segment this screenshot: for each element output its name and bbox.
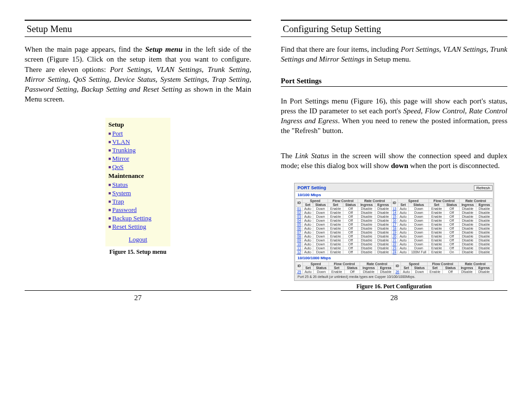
port-id-link[interactable]: 21: [393, 239, 397, 242]
port-id-link[interactable]: 17: [393, 223, 397, 226]
rule-top: [281, 20, 507, 21]
menu-link[interactable]: Trunking: [112, 146, 136, 154]
menu-link[interactable]: System: [112, 189, 131, 197]
right-paragraph-3: The Link Status in the screen will show …: [281, 151, 507, 171]
port-id-link[interactable]: 07: [297, 231, 301, 234]
menu-item-system[interactable]: System: [108, 189, 167, 197]
figure-15-caption: Figure 15. Setup menu: [25, 248, 251, 256]
port-id-link[interactable]: 10: [297, 242, 301, 246]
port-id-link[interactable]: 02: [297, 211, 301, 214]
menu-item-trap[interactable]: Trap: [108, 198, 167, 206]
menu-logout[interactable]: Logout: [108, 236, 167, 243]
menu-section-maintenance: Maintenance: [108, 172, 167, 180]
text-bold: down: [391, 162, 408, 170]
port-id-link[interactable]: 24: [393, 250, 397, 254]
port-id-link[interactable]: 08: [297, 235, 301, 238]
menu-link[interactable]: QoS: [112, 163, 124, 171]
port-id-link[interactable]: 05: [297, 223, 301, 226]
menu-item-reset[interactable]: Reset Setting: [108, 223, 167, 231]
rule-under-subhead: [281, 86, 507, 87]
port-table-1: IDSpeedFlow ControlRate ControlIDSpeedFl…: [296, 199, 493, 254]
port-id-link[interactable]: 26: [396, 270, 399, 274]
text: in Setup menu.: [365, 55, 411, 63]
page-left: Setup Menu When the main page appears, f…: [25, 20, 251, 302]
menu-item-backup[interactable]: Backup Setting: [108, 214, 167, 222]
heading-setup-menu: Setup Menu: [27, 24, 251, 34]
text: When the main page appears, find the: [25, 45, 145, 53]
menu-section-setup: Setup: [108, 121, 167, 129]
right-paragraph-1: Find that there are four items, includin…: [281, 44, 507, 65]
menu-item-trunking[interactable]: Trunking: [108, 146, 167, 154]
text: when the port is disconnected.: [408, 162, 500, 170]
rule-under-heading: [25, 36, 251, 37]
port-id-link[interactable]: 11: [297, 246, 301, 250]
menu-link[interactable]: Password: [112, 206, 137, 213]
menu-item-port[interactable]: Port: [108, 130, 167, 137]
heading-configuring: Configuring Setup Setting: [283, 24, 507, 34]
figure-16-port-config: PORT Setting Refresh 10/100 Mbps IDSpeed…: [294, 183, 494, 281]
port-id-link[interactable]: 25: [298, 270, 301, 274]
menu-link[interactable]: Backup Setting: [112, 214, 152, 222]
port-id-link[interactable]: 06: [297, 227, 301, 230]
port-id-link[interactable]: 18: [393, 227, 397, 230]
rule-top: [25, 20, 251, 21]
right-paragraph-2: In Port Settings menu (Figure 16), this …: [281, 96, 507, 136]
menu-link[interactable]: VLAN: [112, 138, 130, 145]
port-id-link[interactable]: 20: [393, 235, 397, 238]
port-id-link[interactable]: 04: [297, 219, 301, 222]
menu-link[interactable]: Trap: [112, 198, 124, 205]
menu-link[interactable]: Logout: [129, 236, 147, 243]
menu-link[interactable]: Port: [112, 130, 123, 137]
port-id-link[interactable]: 01: [297, 207, 301, 210]
text-bold-italic: Setup menu: [145, 45, 183, 53]
menu-item-mirror[interactable]: Mirror: [108, 155, 167, 163]
port-setting-title: PORT Setting: [296, 184, 328, 191]
menu-item-vlan[interactable]: VLAN: [108, 138, 167, 146]
figure-16-caption: Figure 16. Port Configuration: [281, 283, 507, 290]
port-id-link[interactable]: 23: [393, 246, 397, 250]
menu-item-status[interactable]: Status: [108, 181, 167, 189]
page-number-right: 28: [281, 290, 507, 302]
port-id-link[interactable]: 14: [393, 211, 397, 214]
port-table-2: IDSpeedFlow ControlRate ControlIDSpeedFl…: [296, 262, 493, 274]
port-id-link[interactable]: 16: [393, 219, 397, 222]
section-10-100-1000: 10/100/1000 Mbps: [296, 254, 493, 262]
port-id-link[interactable]: 12: [297, 250, 301, 254]
menu-link[interactable]: Reset Setting: [112, 223, 146, 230]
menu-item-password[interactable]: Password: [108, 206, 167, 214]
figure-15-setup-menu: Setup Port VLAN Trunking Mirror QoS Main…: [105, 118, 170, 246]
subhead-port-settings: Port Settings: [281, 77, 507, 85]
menu-link[interactable]: Mirror: [112, 155, 130, 162]
refresh-button[interactable]: Refresh: [474, 185, 493, 191]
port-title-row: PORT Setting Refresh: [296, 184, 493, 191]
menu-link[interactable]: Status: [112, 181, 128, 188]
port-id-link[interactable]: 15: [393, 215, 397, 218]
port-id-link[interactable]: 03: [297, 215, 301, 218]
left-paragraph-1: When the main page appears, find the Set…: [25, 44, 251, 104]
menu-item-qos[interactable]: QoS: [108, 163, 167, 171]
section-10-100: 10/100 Mbps: [296, 191, 493, 199]
text: Find that there are four items, includin…: [281, 45, 401, 53]
port-footnote: Port 25 & 26 default (or unlinked) media…: [296, 274, 493, 279]
page-number-left: 27: [25, 290, 251, 302]
menu-list-setup: Port VLAN Trunking Mirror QoS: [108, 130, 167, 171]
menu-list-maintenance: Status System Trap Password Backup Setti…: [108, 181, 167, 231]
port-id-link[interactable]: 13: [393, 207, 397, 210]
port-id-link[interactable]: 22: [393, 242, 397, 246]
text-italic: Link Status: [295, 152, 329, 160]
page-right: Configuring Setup Setting Find that ther…: [281, 20, 507, 302]
port-id-link[interactable]: 19: [393, 231, 397, 234]
text: The: [281, 152, 295, 160]
rule-under-heading: [281, 36, 507, 37]
port-id-link[interactable]: 09: [297, 239, 301, 242]
